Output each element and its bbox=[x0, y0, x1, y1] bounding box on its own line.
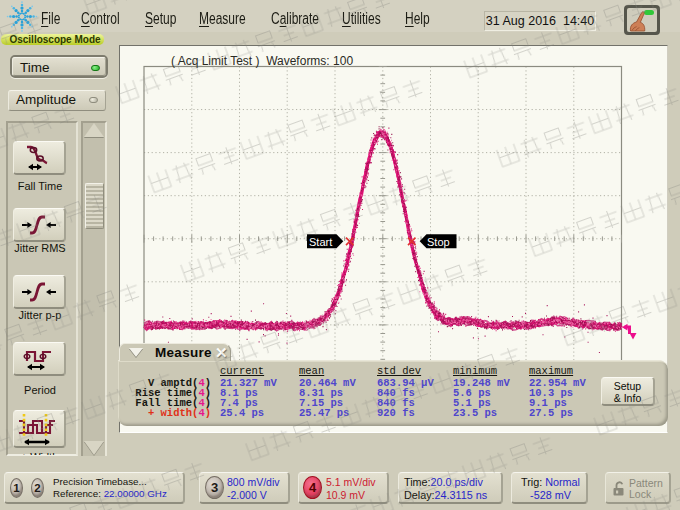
svg-text:Stop: Stop bbox=[427, 236, 450, 248]
svg-text:Start: Start bbox=[309, 236, 332, 248]
